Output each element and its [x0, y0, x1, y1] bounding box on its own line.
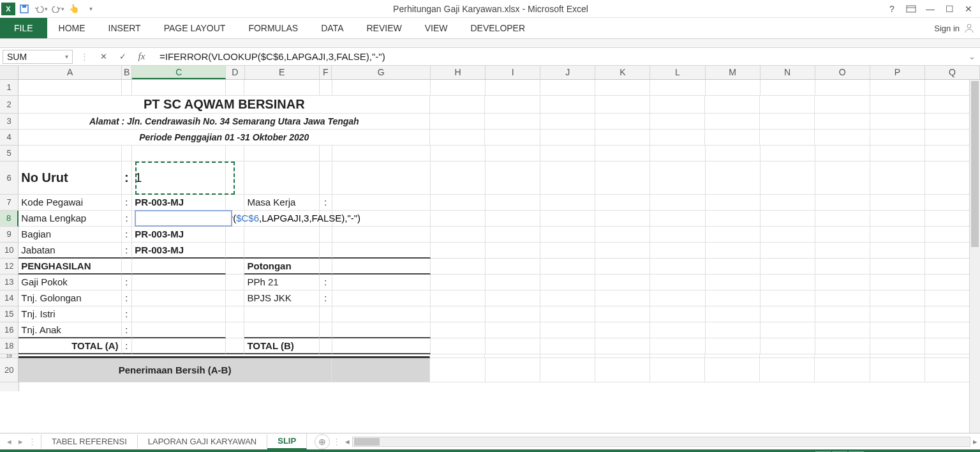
select-all-triangle[interactable] [0, 66, 19, 79]
cell-jabatan-value[interactable]: PR-003-MJ [132, 243, 226, 259]
col-header-D[interactable]: D [226, 66, 244, 79]
cell-gaji-pokok[interactable]: Gaji Pokok [19, 275, 121, 290]
col-header-F[interactable]: F [320, 66, 332, 79]
sheet-tab-laporan-gaji[interactable]: LAPORAN GAJI KARYAWAN [138, 434, 268, 449]
ribbon-display-icon[interactable] [902, 1, 920, 17]
row-header-7[interactable]: 7 [0, 195, 19, 211]
name-box[interactable]: SUM▾ [3, 50, 73, 64]
cell-kode-pegawai-value[interactable]: PR-003-MJ [132, 195, 226, 211]
undo-icon[interactable]: ▾ [33, 1, 48, 17]
col-header-Q[interactable]: Q [925, 66, 980, 79]
tab-home[interactable]: HOME [47, 18, 97, 38]
row-header-3[interactable]: 3 [0, 114, 19, 130]
cell-nama-lengkap-label[interactable]: Nama Lengkap [19, 211, 121, 227]
tab-page-layout[interactable]: PAGE LAYOUT [152, 18, 237, 38]
cell-no-urut-label[interactable]: No Urut [19, 162, 121, 195]
horizontal-scrollbar[interactable] [352, 437, 970, 447]
row-header-2[interactable]: 2 [0, 96, 19, 114]
maximize-icon[interactable]: ☐ [940, 1, 958, 17]
col-header-G[interactable]: G [332, 66, 431, 79]
row-header-12[interactable]: 12 [0, 259, 19, 275]
qat-customize-icon[interactable]: ▾ [83, 1, 98, 17]
touch-mode-icon[interactable]: 👆 [66, 1, 82, 17]
cell-company-title[interactable]: PT SC AQWAM BERSINAR [19, 96, 430, 114]
worksheet-grid[interactable]: 1 2 PT SC AQWAM BERSINAR 3 Alamat : Jln.… [0, 80, 980, 391]
col-header-J[interactable]: J [540, 66, 595, 79]
cancel-formula-icon[interactable]: ✕ [97, 52, 110, 61]
sign-in-link[interactable]: Sign in [929, 18, 980, 38]
close-icon[interactable]: ✕ [960, 1, 977, 17]
row-header-13[interactable]: 13 [0, 275, 19, 290]
tab-view[interactable]: VIEW [413, 18, 459, 38]
row-header-4[interactable]: 4 [0, 130, 19, 146]
excel-app-icon: X [1, 3, 15, 15]
cell-bagian-label[interactable]: Bagian [19, 227, 121, 243]
col-header-I[interactable]: I [486, 66, 540, 79]
cell-pph21[interactable]: PPh 21 [244, 275, 319, 290]
col-header-L[interactable]: L [650, 66, 705, 79]
scroll-left-icon[interactable]: ◂ [345, 437, 350, 446]
tab-data[interactable]: DATA [309, 18, 355, 38]
redo-icon[interactable]: ▾ [50, 1, 65, 17]
add-sheet-button[interactable]: ⊕ [315, 434, 330, 449]
col-header-E[interactable]: E [245, 66, 320, 79]
row-header-9[interactable]: 9 [0, 227, 19, 243]
col-header-H[interactable]: H [431, 66, 486, 79]
formula-bar-input[interactable]: =IFERROR(VLOOKUP($C$6,LAPGAJI,3,FALSE),"… [153, 51, 961, 62]
accept-formula-icon[interactable]: ✓ [116, 52, 129, 61]
sheet-tab-slip[interactable]: SLIP [267, 433, 307, 449]
cell-colon-b6[interactable]: : [122, 162, 133, 195]
cell-bagian-value[interactable]: PR-003-MJ [132, 227, 226, 243]
cell-tnj-golongan[interactable]: Tnj. Golongan [19, 290, 121, 306]
cell-bpjs-jkk[interactable]: BPJS JKK [244, 290, 319, 306]
save-icon[interactable] [17, 1, 32, 17]
expand-formula-bar-icon[interactable]: ⌄ [966, 52, 977, 61]
tab-file[interactable]: FILE [0, 18, 47, 38]
tab-review[interactable]: REVIEW [355, 18, 413, 38]
row-header-18[interactable]: 18 [0, 338, 19, 354]
cell-total-b[interactable]: TOTAL (B) [244, 338, 319, 354]
ribbon-tabs: FILE HOME INSERT PAGE LAYOUT FORMULAS DA… [0, 18, 980, 39]
col-header-N[interactable]: N [761, 66, 815, 79]
minimize-icon[interactable]: — [921, 1, 939, 17]
cell-nama-lengkap-editing[interactable]: =IFERROR(VLOOKUP($C$6,LAPGAJI,3,FALSE),"… [132, 211, 226, 227]
row-header-8[interactable]: 8 [0, 211, 19, 227]
help-icon[interactable]: ? [883, 1, 901, 17]
col-header-B[interactable]: B [122, 66, 133, 79]
cell-masa-kerja-label[interactable]: Masa Kerja [244, 195, 319, 211]
col-header-K[interactable]: K [595, 66, 650, 79]
row-header-10[interactable]: 10 [0, 243, 19, 259]
col-header-O[interactable]: O [815, 66, 870, 79]
fx-icon[interactable]: fx [135, 51, 148, 62]
col-header-P[interactable]: P [870, 66, 925, 79]
sheet-tab-tabel-referensi[interactable]: TABEL REFERENSI [41, 434, 138, 449]
tab-insert[interactable]: INSERT [97, 18, 152, 38]
cell-period[interactable]: Periode Penggajian 01 -31 Oktober 2020 [19, 130, 430, 146]
cell-tnj-anak[interactable]: Tnj. Anak [19, 322, 121, 338]
cell-potongan-header[interactable]: Potongan [244, 259, 319, 275]
sheet-nav-prev-icon[interactable]: ◂ [4, 437, 14, 446]
row-header-5[interactable]: 5 [0, 146, 19, 162]
cell-address[interactable]: Alamat : Jln. Cendrawasih No. 34 Semaran… [19, 114, 430, 130]
cell-tnj-istri[interactable]: Tnj. Istri [19, 306, 121, 322]
row-header-14[interactable]: 14 [0, 290, 19, 306]
col-header-A[interactable]: A [19, 66, 121, 79]
cell-jabatan-label[interactable]: Jabatan [19, 243, 121, 259]
cell-penerimaan-bersih[interactable]: Penerimaan Bersih (A-B) [19, 358, 332, 382]
cell-no-urut-value[interactable]: 1 [132, 162, 226, 195]
row-header-6[interactable]: 6 [0, 162, 19, 195]
col-header-C[interactable]: C [132, 66, 226, 79]
scroll-right-icon[interactable]: ▸ [973, 437, 977, 446]
row-header-16[interactable]: 16 [0, 322, 19, 338]
row-header-1[interactable]: 1 [0, 80, 19, 96]
row-header-15[interactable]: 15 [0, 306, 19, 322]
row-header-20[interactable]: 20 [0, 358, 19, 382]
cell-total-a[interactable]: TOTAL (A) [19, 338, 121, 354]
cell-penghasilan-header[interactable]: PENGHASILAN [19, 259, 121, 275]
col-header-M[interactable]: M [706, 66, 761, 79]
sheet-nav-next-icon[interactable]: ▸ [15, 437, 26, 446]
vertical-scrollbar[interactable] [969, 80, 980, 433]
tab-developer[interactable]: DEVELOPER [459, 18, 537, 38]
cell-kode-pegawai-label[interactable]: Kode Pegawai [19, 195, 121, 211]
tab-formulas[interactable]: FORMULAS [237, 18, 309, 38]
